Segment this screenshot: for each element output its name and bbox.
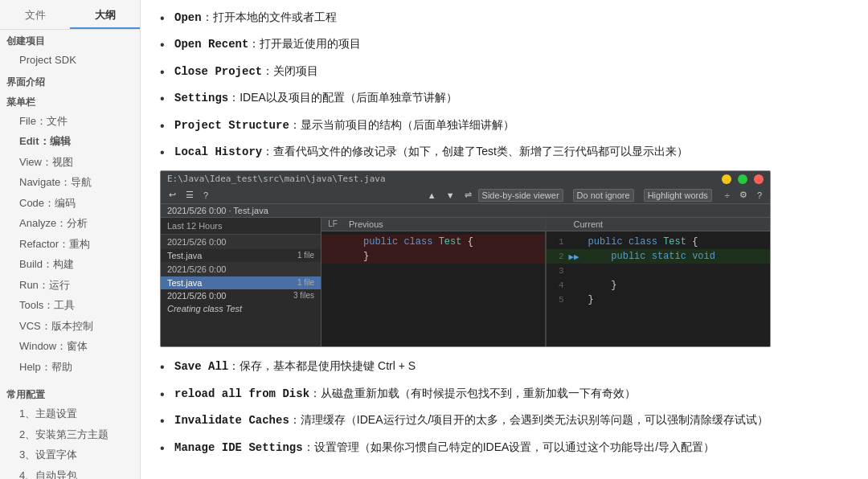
history-filename-3: 2021/5/26 0:00 <box>167 291 226 301</box>
sidebar-item-run[interactable]: Run：运行 <box>0 275 140 296</box>
undo-button[interactable]: ↩ <box>166 188 179 202</box>
sidebar-item-refactor[interactable]: Refactor：重构 <box>0 234 140 255</box>
sidebar-item-analyze[interactable]: Analyze：分析 <box>0 213 140 234</box>
left-line-1: public class Test { <box>321 235 545 249</box>
maximize-button[interactable] <box>738 174 747 184</box>
term-open: Open <box>174 11 202 24</box>
desc-invalidate: ：清理缓存（IDEA运行过久/项目开的太多，会遇到类无法识别等问题，可以强制清除… <box>289 413 769 426</box>
bullet-list-before: Open：打开本地的文件或者工程 Open Recent：打开最近使用的项目 C… <box>160 8 849 161</box>
gear-icon[interactable]: ⚙ <box>736 188 751 202</box>
history-badge-3: 3 files <box>293 291 314 301</box>
sidebar-item-vcs[interactable]: VCS：版本控制 <box>0 316 140 337</box>
sidebar-section-create: 创建项目 Project SDK <box>0 30 140 71</box>
sidebar-item-window[interactable]: Window：窗体 <box>0 336 140 357</box>
section-label-create: 创建项目 <box>0 30 140 50</box>
desc-closeproject: ：关闭项目 <box>262 64 318 77</box>
ide-title: E:\Java\Idea_test\src\main\java\Test.jav… <box>167 174 386 184</box>
ide-body: Last 12 Hours 2021/5/26 0:00 Test.java 1… <box>161 218 770 346</box>
code-r1: public class Test { <box>585 236 771 248</box>
sidebar-item-navigate[interactable]: Navigate：导航 <box>0 172 140 193</box>
line-num-r2: 2 <box>547 252 569 261</box>
right-line-4: 4 } <box>547 278 771 293</box>
sidebar-item-view[interactable]: View：视图 <box>0 152 140 173</box>
ide-history-item-1[interactable]: Test.java 1 file <box>161 249 321 262</box>
desc-openrecent: ：打开最近使用的项目 <box>248 37 361 50</box>
desc-saveall: ：保存，基本都是使用快捷键 Ctrl + S <box>228 359 416 372</box>
sidebar-section-ui: 界面介绍 <box>0 71 140 91</box>
desc-localhistory: ：查看代码文件的修改记录（如下，创建了Test类、新增了三行代码都可以显示出来） <box>262 145 688 158</box>
viewer-select[interactable]: Side-by-side viewer <box>478 189 563 202</box>
sidebar-section-config: 常用配置 1、主题设置 2、安装第三方主题 3、设置字体 4、自动导包 5、多行… <box>0 383 140 479</box>
close-button[interactable] <box>754 174 764 184</box>
ide-history-group-2: 2021/5/26 0:00 <box>161 262 321 276</box>
term-settings: Settings <box>174 92 228 104</box>
ide-history-creating: Creating class Test <box>161 302 321 315</box>
right-line-3: 3 <box>547 264 771 278</box>
divide-button[interactable]: ÷ <box>722 189 733 202</box>
list-item-open: Open：打开本地的文件或者工程 <box>160 8 849 27</box>
tab-file[interactable]: 文件 <box>0 3 70 29</box>
ide-col-header-right: Current <box>547 218 771 231</box>
ide-titlebar: E:\Java\Idea_test\src\main\java\Test.jav… <box>161 171 770 186</box>
highlight-select[interactable]: Highlight words <box>644 189 712 202</box>
list-item-reload: reload all from Disk：从磁盘重新加载（有时候提示包找不到，重… <box>160 384 849 403</box>
sidebar-item-edit[interactable]: Edit：编辑 <box>0 131 140 152</box>
right-line-5: 5 } <box>547 293 771 307</box>
sidebar-item-file[interactable]: File：文件 <box>0 111 140 132</box>
term-projectstructure: Project Structure <box>174 119 289 132</box>
list-item-invalidate: Invalidate Caches：清理缓存（IDEA运行过久/项目开的太多，会… <box>160 411 849 429</box>
col-lf-right <box>547 218 569 231</box>
ignore-select[interactable]: Do not ignore <box>573 189 634 202</box>
term-saveall: Save All <box>174 360 228 373</box>
ide-history-group-1: 2021/5/26 0:00 <box>161 235 321 249</box>
sidebar-item-theme[interactable]: 1、主题设置 <box>0 403 140 424</box>
settings-icon[interactable]: ☰ <box>182 188 197 202</box>
code-r5: } <box>585 294 771 305</box>
sidebar-item-project-sdk[interactable]: Project SDK <box>0 50 140 71</box>
minimize-button[interactable] <box>722 174 731 184</box>
question-icon[interactable]: ? <box>754 189 765 202</box>
col-title-right: Current <box>569 218 771 231</box>
sidebar-item-tools[interactable]: Tools：工具 <box>0 295 140 316</box>
section-label-menu: 菜单栏 <box>0 91 140 111</box>
list-item-openrecent: Open Recent：打开最近使用的项目 <box>160 35 849 53</box>
history-filename-2: Test.java <box>167 278 202 288</box>
prev-diff-button[interactable]: ▲ <box>424 189 440 202</box>
list-item-closeproject: Close Project：关闭项目 <box>160 62 849 80</box>
sidebar-tabs: 文件 大纲 <box>0 3 140 30</box>
right-line-2: 2 ▶▶ public static void <box>547 249 771 264</box>
desc-reload: ：从磁盘重新加载（有时候提示包找不到，重新加载一下有奇效） <box>309 387 636 399</box>
sidebar-item-build[interactable]: Build：构建 <box>0 254 140 275</box>
code-r4: } <box>585 280 771 291</box>
sidebar-item-third-theme[interactable]: 2、安装第三方主题 <box>0 424 140 445</box>
tab-outline[interactable]: 大纲 <box>70 3 140 29</box>
ide-history-header: Last 12 Hours <box>161 218 321 235</box>
sidebar-item-help[interactable]: Help：帮助 <box>0 357 140 378</box>
code-l2: } <box>360 251 545 262</box>
sidebar-item-font[interactable]: 3、设置字体 <box>0 444 140 465</box>
ide-history-item-2[interactable]: Test.java 1 file <box>161 276 321 289</box>
list-item-settings: Settings：IDEA以及项目的配置（后面单独章节讲解） <box>160 88 849 107</box>
line-num-r4: 4 <box>547 280 569 290</box>
ide-breadcrumb: 2021/5/26 0:00 · Test.java <box>161 204 770 218</box>
sync-button[interactable]: ⇌ <box>461 188 475 202</box>
help-icon[interactable]: ? <box>200 189 211 202</box>
code-r2: public static void <box>585 251 771 262</box>
ide-diff-left: public class Test { } <box>321 231 546 346</box>
code-l1: public class Test { <box>360 236 545 248</box>
sidebar-item-autoimport[interactable]: 4、自动导包 <box>0 465 140 480</box>
list-item-projectstructure: Project Structure：显示当前项目的结构（后面单独详细讲解） <box>160 116 849 134</box>
history-badge-1: 1 file <box>297 251 314 260</box>
ide-history-item-3[interactable]: 2021/5/26 0:00 3 files <box>161 289 321 302</box>
arrow-r2: ▶▶ <box>569 252 585 262</box>
sidebar-item-code[interactable]: Code：编码 <box>0 193 140 214</box>
term-manageide: Manage IDE Settings <box>174 441 303 454</box>
col-lf-left: LF <box>321 218 344 231</box>
next-diff-button[interactable]: ▼ <box>443 189 458 202</box>
ide-history-panel: Last 12 Hours 2021/5/26 0:00 Test.java 1… <box>161 218 321 346</box>
line-num-r5: 5 <box>547 295 569 305</box>
term-invalidate: Invalidate Caches <box>174 414 289 427</box>
ide-diff-panels: LF Previous public class Test { <box>321 218 770 346</box>
left-line-2: } <box>321 249 545 264</box>
ide-toolbar: ↩ ☰ ? ▲ ▼ ⇌ Side-by-side viewer Do not i… <box>161 186 770 204</box>
